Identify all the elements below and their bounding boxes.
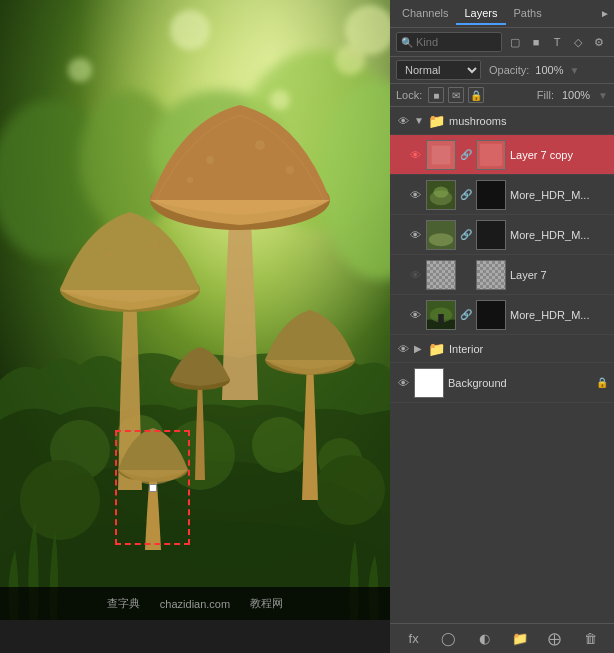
watermark-right: 教程网 [250, 596, 283, 611]
watermark-left: 查字典 [107, 596, 140, 611]
layer-name-morehdr1: More_HDR_M... [510, 189, 608, 201]
adjustment-button[interactable]: ◐ [474, 629, 494, 649]
svg-point-30 [68, 58, 92, 82]
filter-icons: ▢ ■ T ◇ ⚙ [506, 33, 608, 51]
layer-name-interior: Interior [449, 343, 608, 355]
group-arrow-mushrooms[interactable]: ▼ [414, 115, 424, 126]
eye-icon-interior[interactable]: 👁 [396, 342, 410, 356]
folder-icon-interior: 📁 [428, 341, 445, 357]
filter-search-wrapper[interactable]: 🔍 [396, 32, 502, 52]
filter-row: 🔍 ▢ ■ T ◇ ⚙ [390, 28, 614, 57]
layer-name-morehdr3: More_HDR_M... [510, 309, 608, 321]
eye-icon-morehdr3[interactable]: 👁 [408, 308, 422, 322]
lock-icons: ■ ✉ 🔒 [428, 87, 484, 103]
svg-rect-33 [432, 145, 451, 164]
search-icon: 🔍 [401, 37, 413, 48]
svg-point-23 [151, 241, 159, 249]
layer-chain-layer7 [460, 260, 472, 290]
svg-rect-47 [477, 301, 505, 329]
new-layer-button[interactable]: ⨁ [545, 629, 565, 649]
layer-group-interior[interactable]: 👁 ▶ 📁 Interior [390, 335, 614, 363]
svg-point-19 [187, 177, 193, 183]
layer-thumb-layer7 [426, 260, 456, 290]
bottom-toolbar: fx ◯ ◐ 📁 ⨁ 🗑 [390, 623, 614, 653]
filter-pixel-btn[interactable]: ▢ [506, 33, 524, 51]
opacity-value: 100% [535, 64, 563, 76]
layer-item-morehdr3[interactable]: 👁 🔗 More_HDR_M... [390, 295, 614, 335]
filter-shape-btn[interactable]: ◇ [569, 33, 587, 51]
layer-thumb-background [414, 368, 444, 398]
lock-position-btn[interactable]: ✉ [448, 87, 464, 103]
group-arrow-interior[interactable]: ▶ [414, 343, 424, 354]
svg-point-38 [434, 186, 449, 197]
tab-channels[interactable]: Channels [394, 3, 456, 25]
watermark-bar: 查字典 chazidian.com 教程网 [0, 587, 390, 620]
eye-icon-layer7[interactable]: 👁 [408, 268, 422, 282]
lock-pixels-btn[interactable]: ■ [428, 87, 444, 103]
layer-chain-morehdr2: 🔗 [460, 220, 472, 250]
svg-point-27 [170, 10, 210, 50]
fx-button[interactable]: fx [404, 629, 424, 649]
filter-input[interactable] [416, 36, 497, 48]
layer-mask-morehdr1 [476, 180, 506, 210]
tab-paths[interactable]: Paths [506, 3, 550, 25]
layer-name-morehdr2: More_HDR_M... [510, 229, 608, 241]
blend-row: Normal Opacity: 100% ▼ [390, 57, 614, 84]
layer-thumb-layer7copy [426, 140, 456, 170]
opacity-arrow[interactable]: ▼ [570, 65, 580, 76]
layer-item-layer7copy[interactable]: 👁 🔗 Layer 7 copy [390, 135, 614, 175]
eye-icon-mushrooms[interactable]: 👁 [396, 114, 410, 128]
layer-chain-morehdr1: 🔗 [460, 180, 472, 210]
layer-mask-morehdr2 [476, 220, 506, 250]
blend-mode-select[interactable]: Normal [396, 60, 481, 80]
tab-layers[interactable]: Layers [456, 3, 505, 25]
layer-name-mushrooms: mushrooms [449, 115, 608, 127]
layer-lock-background: 🔒 [596, 377, 608, 388]
svg-point-14 [20, 460, 100, 540]
lock-label: Lock: [396, 89, 422, 101]
eye-icon-morehdr2[interactable]: 👁 [408, 228, 422, 242]
svg-point-22 [107, 252, 113, 258]
layer-item-layer7[interactable]: 👁 Layer 7 [390, 255, 614, 295]
opacity-label: Opacity: [489, 64, 529, 76]
eye-icon-morehdr1[interactable]: 👁 [408, 188, 422, 202]
fill-value: 100% [562, 89, 590, 101]
layer-mask-morehdr3 [476, 300, 506, 330]
layer-chain-morehdr3: 🔗 [460, 300, 472, 330]
watermark-middle: chazidian.com [160, 598, 230, 610]
layer-group-mushrooms[interactable]: 👁 ▼ 📁 mushrooms [390, 107, 614, 135]
panel-menu-arrow[interactable]: ► [600, 8, 610, 19]
folder-icon-mushrooms: 📁 [428, 113, 445, 129]
svg-rect-35 [480, 143, 502, 165]
layer-name-layer7copy: Layer 7 copy [510, 149, 608, 161]
filter-adjust-btn[interactable]: ■ [527, 33, 545, 51]
layer-item-morehdr2[interactable]: 👁 🔗 More_HDR_M... [390, 215, 614, 255]
delete-layer-button[interactable]: 🗑 [580, 629, 600, 649]
layer-thumb-morehdr1 [426, 180, 456, 210]
layer-mask-layer7copy [476, 140, 506, 170]
layer-item-background[interactable]: 👁 Background 🔒 [390, 363, 614, 403]
panels-area: Channels Layers Paths ► 🔍 ▢ ■ T ◇ ⚙ Norm… [390, 0, 614, 653]
svg-rect-46 [438, 314, 444, 323]
eye-icon-background[interactable]: 👁 [396, 376, 410, 390]
svg-point-29 [270, 90, 290, 110]
svg-point-12 [252, 417, 308, 473]
layer-mask-layer7 [476, 260, 506, 290]
fill-arrow[interactable]: ▼ [598, 90, 608, 101]
mask-button[interactable]: ◯ [439, 629, 459, 649]
eye-icon-layer7copy[interactable]: 👁 [408, 148, 422, 162]
layer-name-layer7: Layer 7 [510, 269, 608, 281]
layers-list: 👁 ▼ 📁 mushrooms 👁 🔗 Layer 7 copy 👁 [390, 107, 614, 623]
lock-row: Lock: ■ ✉ 🔒 Fill: 100% ▼ [390, 84, 614, 107]
layer-name-background: Background [448, 377, 592, 389]
lock-all-btn[interactable]: 🔒 [468, 87, 484, 103]
svg-point-15 [315, 455, 385, 525]
layer-thumb-morehdr3 [426, 300, 456, 330]
tab-bar: Channels Layers Paths ► [390, 0, 614, 28]
group-button[interactable]: 📁 [510, 629, 530, 649]
layer-item-morehdr1[interactable]: 👁 🔗 More_HDR_M... [390, 175, 614, 215]
filter-smart-btn[interactable]: ⚙ [590, 33, 608, 51]
svg-point-20 [286, 166, 294, 174]
filter-text-btn[interactable]: T [548, 33, 566, 51]
main-container: 查字典 chazidian.com 教程网 Channels Layers Pa… [0, 0, 614, 653]
